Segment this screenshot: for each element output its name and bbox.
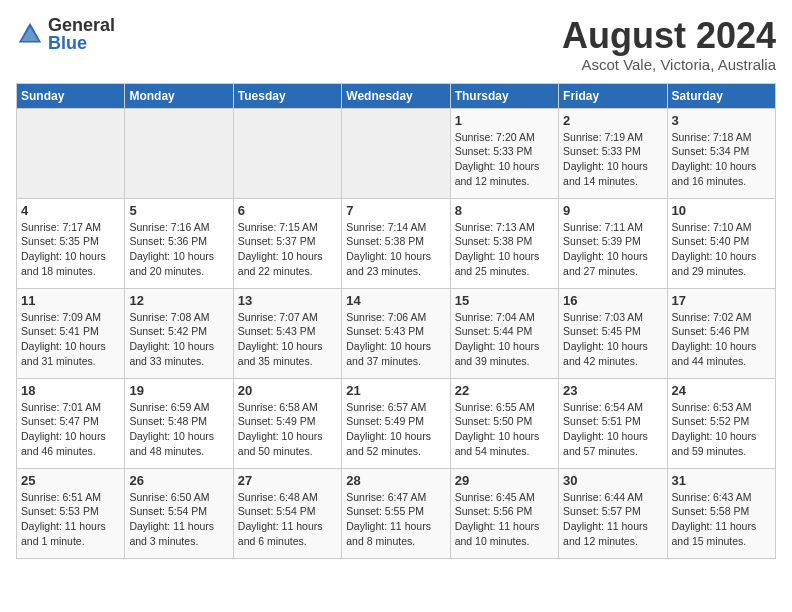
calendar-table: SundayMondayTuesdayWednesdayThursdayFrid…: [16, 83, 776, 559]
day-number: 9: [563, 203, 662, 218]
calendar-cell: [342, 108, 450, 198]
column-header-thursday: Thursday: [450, 83, 558, 108]
day-number: 21: [346, 383, 445, 398]
calendar-week-4: 18Sunrise: 7:01 AM Sunset: 5:47 PM Dayli…: [17, 378, 776, 468]
calendar-cell: 10Sunrise: 7:10 AM Sunset: 5:40 PM Dayli…: [667, 198, 775, 288]
day-info: Sunrise: 7:19 AM Sunset: 5:33 PM Dayligh…: [563, 130, 662, 189]
day-number: 16: [563, 293, 662, 308]
calendar-cell: 30Sunrise: 6:44 AM Sunset: 5:57 PM Dayli…: [559, 468, 667, 558]
calendar-cell: 19Sunrise: 6:59 AM Sunset: 5:48 PM Dayli…: [125, 378, 233, 468]
day-info: Sunrise: 7:15 AM Sunset: 5:37 PM Dayligh…: [238, 220, 337, 279]
day-number: 18: [21, 383, 120, 398]
day-info: Sunrise: 7:07 AM Sunset: 5:43 PM Dayligh…: [238, 310, 337, 369]
day-number: 17: [672, 293, 771, 308]
calendar-cell: 4Sunrise: 7:17 AM Sunset: 5:35 PM Daylig…: [17, 198, 125, 288]
calendar-cell: 14Sunrise: 7:06 AM Sunset: 5:43 PM Dayli…: [342, 288, 450, 378]
day-info: Sunrise: 6:51 AM Sunset: 5:53 PM Dayligh…: [21, 490, 120, 549]
day-info: Sunrise: 7:18 AM Sunset: 5:34 PM Dayligh…: [672, 130, 771, 189]
day-info: Sunrise: 6:44 AM Sunset: 5:57 PM Dayligh…: [563, 490, 662, 549]
day-info: Sunrise: 7:17 AM Sunset: 5:35 PM Dayligh…: [21, 220, 120, 279]
day-info: Sunrise: 6:57 AM Sunset: 5:49 PM Dayligh…: [346, 400, 445, 459]
day-number: 1: [455, 113, 554, 128]
calendar-cell: 6Sunrise: 7:15 AM Sunset: 5:37 PM Daylig…: [233, 198, 341, 288]
page-header: General Blue August 2024 Ascot Vale, Vic…: [16, 16, 776, 73]
day-info: Sunrise: 6:45 AM Sunset: 5:56 PM Dayligh…: [455, 490, 554, 549]
calendar-cell: 29Sunrise: 6:45 AM Sunset: 5:56 PM Dayli…: [450, 468, 558, 558]
calendar-cell: 11Sunrise: 7:09 AM Sunset: 5:41 PM Dayli…: [17, 288, 125, 378]
calendar-cell: 13Sunrise: 7:07 AM Sunset: 5:43 PM Dayli…: [233, 288, 341, 378]
calendar-cell: 9Sunrise: 7:11 AM Sunset: 5:39 PM Daylig…: [559, 198, 667, 288]
calendar-cell: 20Sunrise: 6:58 AM Sunset: 5:49 PM Dayli…: [233, 378, 341, 468]
calendar-cell: 23Sunrise: 6:54 AM Sunset: 5:51 PM Dayli…: [559, 378, 667, 468]
calendar-cell: 16Sunrise: 7:03 AM Sunset: 5:45 PM Dayli…: [559, 288, 667, 378]
day-info: Sunrise: 7:14 AM Sunset: 5:38 PM Dayligh…: [346, 220, 445, 279]
column-header-sunday: Sunday: [17, 83, 125, 108]
calendar-cell: 8Sunrise: 7:13 AM Sunset: 5:38 PM Daylig…: [450, 198, 558, 288]
day-info: Sunrise: 7:01 AM Sunset: 5:47 PM Dayligh…: [21, 400, 120, 459]
day-info: Sunrise: 6:59 AM Sunset: 5:48 PM Dayligh…: [129, 400, 228, 459]
day-info: Sunrise: 7:13 AM Sunset: 5:38 PM Dayligh…: [455, 220, 554, 279]
day-info: Sunrise: 7:03 AM Sunset: 5:45 PM Dayligh…: [563, 310, 662, 369]
calendar-cell: 7Sunrise: 7:14 AM Sunset: 5:38 PM Daylig…: [342, 198, 450, 288]
day-number: 15: [455, 293, 554, 308]
day-number: 26: [129, 473, 228, 488]
calendar-cell: [233, 108, 341, 198]
day-number: 22: [455, 383, 554, 398]
day-number: 5: [129, 203, 228, 218]
day-number: 10: [672, 203, 771, 218]
day-number: 3: [672, 113, 771, 128]
logo-blue-text: Blue: [48, 34, 115, 52]
day-info: Sunrise: 6:53 AM Sunset: 5:52 PM Dayligh…: [672, 400, 771, 459]
day-number: 24: [672, 383, 771, 398]
calendar-week-1: 1Sunrise: 7:20 AM Sunset: 5:33 PM Daylig…: [17, 108, 776, 198]
day-info: Sunrise: 7:09 AM Sunset: 5:41 PM Dayligh…: [21, 310, 120, 369]
day-number: 25: [21, 473, 120, 488]
day-info: Sunrise: 7:20 AM Sunset: 5:33 PM Dayligh…: [455, 130, 554, 189]
calendar-cell: 17Sunrise: 7:02 AM Sunset: 5:46 PM Dayli…: [667, 288, 775, 378]
day-info: Sunrise: 6:50 AM Sunset: 5:54 PM Dayligh…: [129, 490, 228, 549]
day-info: Sunrise: 7:16 AM Sunset: 5:36 PM Dayligh…: [129, 220, 228, 279]
column-header-wednesday: Wednesday: [342, 83, 450, 108]
calendar-cell: 26Sunrise: 6:50 AM Sunset: 5:54 PM Dayli…: [125, 468, 233, 558]
calendar-cell: 21Sunrise: 6:57 AM Sunset: 5:49 PM Dayli…: [342, 378, 450, 468]
calendar-cell: 31Sunrise: 6:43 AM Sunset: 5:58 PM Dayli…: [667, 468, 775, 558]
day-info: Sunrise: 7:11 AM Sunset: 5:39 PM Dayligh…: [563, 220, 662, 279]
logo-icon: [16, 20, 44, 48]
calendar-header-row: SundayMondayTuesdayWednesdayThursdayFrid…: [17, 83, 776, 108]
calendar-cell: 24Sunrise: 6:53 AM Sunset: 5:52 PM Dayli…: [667, 378, 775, 468]
day-number: 27: [238, 473, 337, 488]
day-info: Sunrise: 6:54 AM Sunset: 5:51 PM Dayligh…: [563, 400, 662, 459]
day-number: 19: [129, 383, 228, 398]
calendar-cell: 12Sunrise: 7:08 AM Sunset: 5:42 PM Dayli…: [125, 288, 233, 378]
calendar-cell: 25Sunrise: 6:51 AM Sunset: 5:53 PM Dayli…: [17, 468, 125, 558]
month-year-title: August 2024: [562, 16, 776, 56]
day-number: 7: [346, 203, 445, 218]
calendar-week-3: 11Sunrise: 7:09 AM Sunset: 5:41 PM Dayli…: [17, 288, 776, 378]
day-number: 2: [563, 113, 662, 128]
calendar-week-2: 4Sunrise: 7:17 AM Sunset: 5:35 PM Daylig…: [17, 198, 776, 288]
day-number: 4: [21, 203, 120, 218]
day-info: Sunrise: 7:04 AM Sunset: 5:44 PM Dayligh…: [455, 310, 554, 369]
day-number: 14: [346, 293, 445, 308]
title-area: August 2024 Ascot Vale, Victoria, Austra…: [562, 16, 776, 73]
day-info: Sunrise: 7:08 AM Sunset: 5:42 PM Dayligh…: [129, 310, 228, 369]
day-number: 13: [238, 293, 337, 308]
calendar-cell: 15Sunrise: 7:04 AM Sunset: 5:44 PM Dayli…: [450, 288, 558, 378]
column-header-tuesday: Tuesday: [233, 83, 341, 108]
day-number: 20: [238, 383, 337, 398]
day-number: 28: [346, 473, 445, 488]
column-header-saturday: Saturday: [667, 83, 775, 108]
day-info: Sunrise: 7:06 AM Sunset: 5:43 PM Dayligh…: [346, 310, 445, 369]
calendar-cell: 22Sunrise: 6:55 AM Sunset: 5:50 PM Dayli…: [450, 378, 558, 468]
day-number: 31: [672, 473, 771, 488]
day-info: Sunrise: 6:55 AM Sunset: 5:50 PM Dayligh…: [455, 400, 554, 459]
day-info: Sunrise: 6:47 AM Sunset: 5:55 PM Dayligh…: [346, 490, 445, 549]
logo: General Blue: [16, 16, 115, 52]
calendar-cell: 28Sunrise: 6:47 AM Sunset: 5:55 PM Dayli…: [342, 468, 450, 558]
day-number: 11: [21, 293, 120, 308]
calendar-cell: [17, 108, 125, 198]
day-info: Sunrise: 6:48 AM Sunset: 5:54 PM Dayligh…: [238, 490, 337, 549]
day-number: 8: [455, 203, 554, 218]
day-info: Sunrise: 7:02 AM Sunset: 5:46 PM Dayligh…: [672, 310, 771, 369]
logo-general-text: General: [48, 16, 115, 34]
